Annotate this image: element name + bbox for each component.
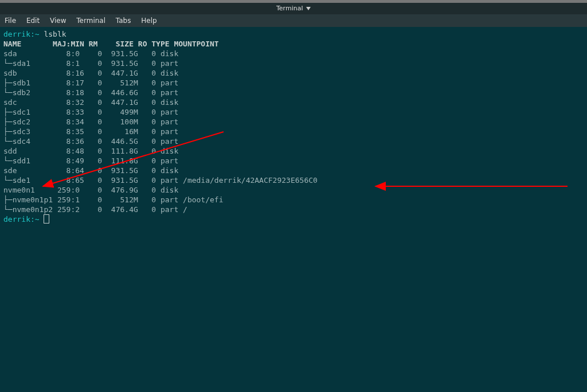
menu-edit[interactable]: Edit	[26, 17, 40, 25]
window-title: Terminal	[276, 3, 303, 14]
terminal-output[interactable]: derrik:~ lsblk NAME MAJ:MIN RM SIZE RO T…	[0, 27, 587, 226]
titlebar: Terminal	[0, 3, 587, 14]
cursor	[44, 214, 49, 224]
menu-terminal[interactable]: Terminal	[76, 17, 105, 25]
title-dropdown-icon[interactable]	[306, 6, 311, 11]
menu-help[interactable]: Help	[141, 17, 156, 25]
menubar: File Edit View Terminal Tabs Help	[0, 14, 587, 27]
terminal-window: Terminal File Edit View Terminal Tabs He…	[0, 3, 587, 392]
menu-view[interactable]: View	[50, 17, 66, 25]
menu-file[interactable]: File	[5, 17, 16, 25]
menu-tabs[interactable]: Tabs	[116, 17, 131, 25]
svg-marker-0	[306, 7, 311, 10]
